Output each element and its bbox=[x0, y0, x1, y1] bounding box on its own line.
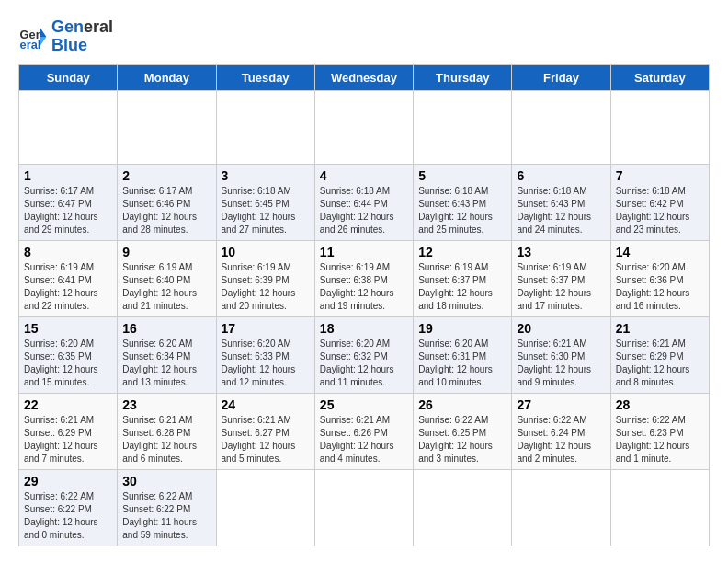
day-info: Sunrise: 6:22 AM Sunset: 6:23 PM Dayligh… bbox=[616, 414, 704, 465]
day-number: 6 bbox=[517, 168, 605, 183]
calendar-cell: 27Sunrise: 6:22 AM Sunset: 6:24 PM Dayli… bbox=[512, 393, 610, 469]
calendar-week-row bbox=[19, 90, 710, 164]
day-info: Sunrise: 6:21 AM Sunset: 6:30 PM Dayligh… bbox=[517, 338, 605, 389]
day-number: 26 bbox=[418, 397, 506, 412]
day-number: 17 bbox=[222, 321, 310, 336]
day-info: Sunrise: 6:19 AM Sunset: 6:37 PM Dayligh… bbox=[517, 261, 605, 313]
day-number: 10 bbox=[222, 245, 310, 259]
calendar-cell: 1Sunrise: 6:17 AM Sunset: 6:47 PM Daylig… bbox=[19, 164, 118, 240]
day-info: Sunrise: 6:21 AM Sunset: 6:28 PM Dayligh… bbox=[122, 414, 210, 465]
day-info: Sunrise: 6:19 AM Sunset: 6:39 PM Dayligh… bbox=[222, 261, 310, 313]
calendar-week-row: 22Sunrise: 6:21 AM Sunset: 6:29 PM Dayli… bbox=[19, 393, 710, 469]
day-number: 11 bbox=[320, 245, 408, 259]
day-info: Sunrise: 6:17 AM Sunset: 6:47 PM Dayligh… bbox=[24, 185, 112, 236]
logo-text: General Blue bbox=[51, 18, 113, 55]
calendar-cell: 29Sunrise: 6:22 AM Sunset: 6:22 PM Dayli… bbox=[19, 469, 118, 546]
day-number: 2 bbox=[122, 168, 210, 183]
calendar-cell: 28Sunrise: 6:22 AM Sunset: 6:23 PM Dayli… bbox=[610, 393, 709, 469]
calendar-cell: 10Sunrise: 6:19 AM Sunset: 6:39 PM Dayli… bbox=[216, 240, 314, 316]
calendar-cell: 8Sunrise: 6:19 AM Sunset: 6:41 PM Daylig… bbox=[19, 240, 118, 316]
calendar-cell: 2Sunrise: 6:17 AM Sunset: 6:46 PM Daylig… bbox=[118, 164, 216, 240]
calendar-week-row: 29Sunrise: 6:22 AM Sunset: 6:22 PM Dayli… bbox=[19, 469, 710, 546]
day-number: 15 bbox=[24, 321, 112, 336]
day-header-thursday: Thursday bbox=[414, 64, 512, 90]
svg-marker-3 bbox=[40, 37, 46, 46]
day-info: Sunrise: 6:19 AM Sunset: 6:41 PM Dayligh… bbox=[24, 261, 112, 313]
calendar-table: SundayMondayTuesdayWednesdayThursdayFrid… bbox=[18, 64, 710, 546]
day-header-friday: Friday bbox=[512, 64, 610, 90]
day-header-saturday: Saturday bbox=[610, 64, 709, 90]
day-info: Sunrise: 6:17 AM Sunset: 6:46 PM Dayligh… bbox=[122, 185, 210, 236]
day-number: 20 bbox=[517, 321, 605, 336]
calendar-header-row: SundayMondayTuesdayWednesdayThursdayFrid… bbox=[19, 64, 710, 90]
calendar-cell bbox=[512, 90, 610, 164]
calendar-cell: 26Sunrise: 6:22 AM Sunset: 6:25 PM Dayli… bbox=[414, 393, 512, 469]
day-info: Sunrise: 6:18 AM Sunset: 6:45 PM Dayligh… bbox=[222, 185, 310, 236]
day-info: Sunrise: 6:22 AM Sunset: 6:25 PM Dayligh… bbox=[418, 414, 506, 465]
calendar-cell: 20Sunrise: 6:21 AM Sunset: 6:30 PM Dayli… bbox=[512, 316, 610, 393]
calendar-week-row: 15Sunrise: 6:20 AM Sunset: 6:35 PM Dayli… bbox=[19, 316, 710, 393]
day-number: 8 bbox=[24, 245, 112, 259]
calendar-week-row: 1Sunrise: 6:17 AM Sunset: 6:47 PM Daylig… bbox=[19, 164, 710, 240]
calendar-cell bbox=[610, 90, 709, 164]
day-info: Sunrise: 6:19 AM Sunset: 6:40 PM Dayligh… bbox=[122, 261, 210, 313]
calendar-cell bbox=[512, 469, 610, 546]
calendar-cell bbox=[314, 469, 413, 546]
day-number: 25 bbox=[320, 397, 408, 412]
calendar-cell: 11Sunrise: 6:19 AM Sunset: 6:38 PM Dayli… bbox=[314, 240, 413, 316]
day-info: Sunrise: 6:21 AM Sunset: 6:26 PM Dayligh… bbox=[320, 414, 408, 465]
calendar-cell: 14Sunrise: 6:20 AM Sunset: 6:36 PM Dayli… bbox=[610, 240, 709, 316]
day-number: 28 bbox=[616, 397, 704, 412]
day-number: 27 bbox=[517, 397, 605, 412]
day-number: 5 bbox=[418, 168, 506, 183]
day-number: 19 bbox=[418, 321, 506, 336]
calendar-cell: 6Sunrise: 6:18 AM Sunset: 6:43 PM Daylig… bbox=[512, 164, 610, 240]
calendar-cell bbox=[118, 90, 216, 164]
day-info: Sunrise: 6:20 AM Sunset: 6:33 PM Dayligh… bbox=[222, 338, 310, 389]
calendar-cell: 18Sunrise: 6:20 AM Sunset: 6:32 PM Dayli… bbox=[314, 316, 413, 393]
day-info: Sunrise: 6:18 AM Sunset: 6:44 PM Dayligh… bbox=[320, 185, 408, 236]
day-number: 1 bbox=[24, 168, 112, 183]
calendar-cell: 4Sunrise: 6:18 AM Sunset: 6:44 PM Daylig… bbox=[314, 164, 413, 240]
calendar-cell: 22Sunrise: 6:21 AM Sunset: 6:29 PM Dayli… bbox=[19, 393, 118, 469]
calendar-cell: 7Sunrise: 6:18 AM Sunset: 6:42 PM Daylig… bbox=[610, 164, 709, 240]
day-number: 16 bbox=[122, 321, 210, 336]
day-number: 24 bbox=[222, 397, 310, 412]
day-info: Sunrise: 6:18 AM Sunset: 6:43 PM Dayligh… bbox=[418, 185, 506, 236]
day-info: Sunrise: 6:19 AM Sunset: 6:37 PM Dayligh… bbox=[418, 261, 506, 313]
calendar-cell: 23Sunrise: 6:21 AM Sunset: 6:28 PM Dayli… bbox=[118, 393, 216, 469]
calendar-cell: 15Sunrise: 6:20 AM Sunset: 6:35 PM Dayli… bbox=[19, 316, 118, 393]
calendar-cell bbox=[414, 469, 512, 546]
calendar-cell: 25Sunrise: 6:21 AM Sunset: 6:26 PM Dayli… bbox=[314, 393, 413, 469]
calendar-cell bbox=[610, 469, 709, 546]
day-info: Sunrise: 6:18 AM Sunset: 6:43 PM Dayligh… bbox=[517, 185, 605, 236]
day-info: Sunrise: 6:20 AM Sunset: 6:36 PM Dayligh… bbox=[616, 261, 704, 313]
day-number: 9 bbox=[122, 245, 210, 259]
day-number: 29 bbox=[24, 474, 112, 488]
calendar-week-row: 8Sunrise: 6:19 AM Sunset: 6:41 PM Daylig… bbox=[19, 240, 710, 316]
day-number: 18 bbox=[320, 321, 408, 336]
day-number: 14 bbox=[616, 245, 704, 259]
day-number: 23 bbox=[122, 397, 210, 412]
svg-marker-2 bbox=[40, 28, 46, 37]
day-info: Sunrise: 6:20 AM Sunset: 6:31 PM Dayligh… bbox=[418, 338, 506, 389]
day-header-tuesday: Tuesday bbox=[216, 64, 314, 90]
calendar-cell: 16Sunrise: 6:20 AM Sunset: 6:34 PM Dayli… bbox=[118, 316, 216, 393]
day-number: 21 bbox=[616, 321, 704, 336]
calendar-cell bbox=[314, 90, 413, 164]
calendar-cell: 24Sunrise: 6:21 AM Sunset: 6:27 PM Dayli… bbox=[216, 393, 314, 469]
day-info: Sunrise: 6:18 AM Sunset: 6:42 PM Dayligh… bbox=[616, 185, 704, 236]
calendar-cell: 5Sunrise: 6:18 AM Sunset: 6:43 PM Daylig… bbox=[414, 164, 512, 240]
day-info: Sunrise: 6:20 AM Sunset: 6:34 PM Dayligh… bbox=[122, 338, 210, 389]
calendar-cell bbox=[216, 469, 314, 546]
day-number: 13 bbox=[517, 245, 605, 259]
calendar-cell: 21Sunrise: 6:21 AM Sunset: 6:29 PM Dayli… bbox=[610, 316, 709, 393]
calendar-cell: 30Sunrise: 6:22 AM Sunset: 6:22 PM Dayli… bbox=[118, 469, 216, 546]
day-number: 12 bbox=[418, 245, 506, 259]
calendar-cell: 13Sunrise: 6:19 AM Sunset: 6:37 PM Dayli… bbox=[512, 240, 610, 316]
day-info: Sunrise: 6:20 AM Sunset: 6:35 PM Dayligh… bbox=[24, 338, 112, 389]
calendar-cell: 19Sunrise: 6:20 AM Sunset: 6:31 PM Dayli… bbox=[414, 316, 512, 393]
day-number: 22 bbox=[24, 397, 112, 412]
calendar-cell: 3Sunrise: 6:18 AM Sunset: 6:45 PM Daylig… bbox=[216, 164, 314, 240]
day-number: 7 bbox=[616, 168, 704, 183]
